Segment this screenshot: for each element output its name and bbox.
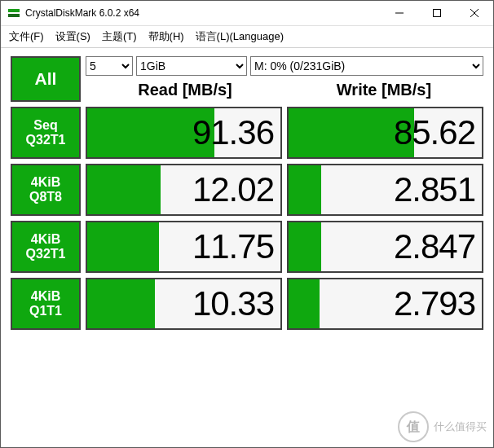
menu-theme[interactable]: 主题(T) <box>99 28 140 46</box>
read-bar <box>87 222 159 271</box>
write-bar <box>289 222 321 271</box>
all-button[interactable]: All <box>11 56 81 102</box>
write-value: 85.62 <box>394 113 475 152</box>
read-cell: 11.75 <box>86 221 282 273</box>
write-bar <box>289 165 321 214</box>
result-row: 4KiBQ8T812.022.851 <box>11 164 483 216</box>
watermark: 值 什么值得买 <box>398 411 487 442</box>
result-row: SeqQ32T191.3685.62 <box>11 107 483 159</box>
read-cell: 91.36 <box>86 107 282 159</box>
read-cell: 10.33 <box>86 278 282 330</box>
drive-select[interactable]: M: 0% (0/231GiB) <box>250 56 483 76</box>
maximize-button[interactable] <box>418 1 456 25</box>
read-value: 91.36 <box>192 113 274 152</box>
read-bar <box>87 279 155 328</box>
menu-file[interactable]: 文件(F) <box>6 28 47 46</box>
app-window: CrystalDiskMark 6.0.2 x64 文件(F) 设置(S) 主题… <box>0 0 494 448</box>
test-count-select[interactable]: 5 <box>86 56 133 76</box>
result-rows: SeqQ32T191.3685.624KiBQ8T812.022.8514KiB… <box>11 107 483 330</box>
write-value: 2.851 <box>394 170 475 209</box>
write-bar <box>289 279 320 328</box>
test-button-4kib-q8t8[interactable]: 4KiBQ8T8 <box>11 164 81 216</box>
content: All 5 1GiB M: 0% (0/231GiB) Read [MB/s] … <box>1 48 493 335</box>
read-cell: 12.02 <box>86 164 282 216</box>
read-value: 10.33 <box>192 284 274 323</box>
svg-rect-0 <box>8 9 20 12</box>
write-cell: 2.793 <box>287 278 483 330</box>
result-row: 4KiBQ1T110.332.793 <box>11 278 483 330</box>
read-header: Read [MB/s] <box>86 81 284 99</box>
write-cell: 2.847 <box>287 221 483 273</box>
result-row: 4KiBQ32T111.752.847 <box>11 221 483 273</box>
read-value: 12.02 <box>192 170 274 209</box>
test-button-4kib-q1t1[interactable]: 4KiBQ1T1 <box>11 278 81 330</box>
write-value: 2.847 <box>394 227 475 266</box>
write-header: Write [MB/s] <box>284 81 483 99</box>
write-cell: 2.851 <box>287 164 483 216</box>
watermark-text: 什么值得买 <box>434 419 487 434</box>
menu-language[interactable]: 语言(L)(Language) <box>192 28 287 46</box>
svg-rect-3 <box>434 10 441 17</box>
window-title: CrystalDiskMark 6.0.2 x64 <box>25 7 381 19</box>
minimize-button[interactable] <box>381 1 418 25</box>
read-bar <box>87 165 161 214</box>
test-button-seq-q32t1[interactable]: SeqQ32T1 <box>11 107 81 159</box>
menu-help[interactable]: 帮助(H) <box>145 28 187 46</box>
read-value: 11.75 <box>192 227 274 266</box>
titlebar: CrystalDiskMark 6.0.2 x64 <box>1 1 493 26</box>
menu-settings[interactable]: 设置(S) <box>52 28 94 46</box>
close-button[interactable] <box>456 1 493 25</box>
test-button-4kib-q32t1[interactable]: 4KiBQ32T1 <box>11 221 81 273</box>
app-icon <box>7 7 20 20</box>
write-value: 2.793 <box>394 284 475 323</box>
svg-rect-1 <box>8 14 20 17</box>
menubar: 文件(F) 设置(S) 主题(T) 帮助(H) 语言(L)(Language) <box>1 26 493 48</box>
watermark-badge-icon: 值 <box>398 411 429 442</box>
write-cell: 85.62 <box>287 107 483 159</box>
test-size-select[interactable]: 1GiB <box>136 56 247 76</box>
